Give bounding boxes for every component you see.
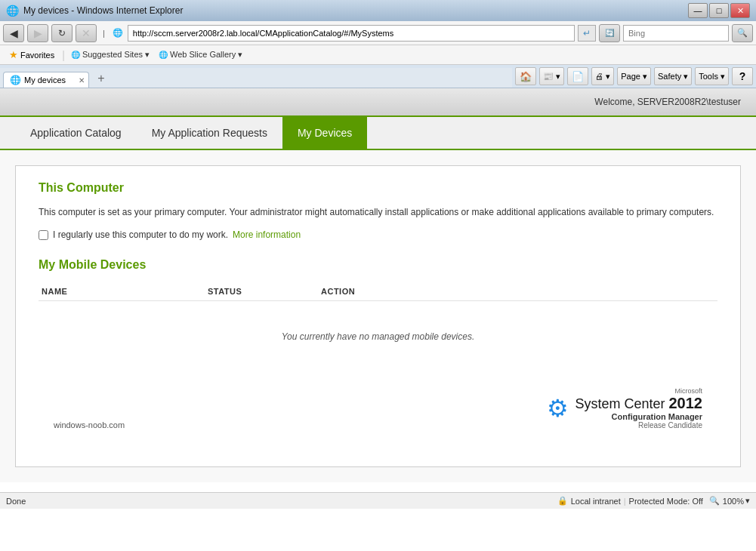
window-controls: — □ ✕ — [688, 3, 750, 18]
search-button[interactable]: 🔍 — [732, 24, 753, 42]
tab-my-devices[interactable]: My Devices — [282, 117, 367, 149]
this-computer-section: This Computer This computer is set as yo… — [39, 181, 717, 240]
status-bar: Done 🔒 Local intranet | Protected Mode: … — [0, 492, 756, 509]
logo-ms: Microsoft — [575, 387, 702, 395]
ie-logo-icon: 🌐 — [6, 5, 19, 17]
star-icon: ★ — [9, 49, 18, 60]
favorites-bar: ★ Favorites | 🌐 Suggested Sites ▾ 🌐 Web … — [0, 45, 756, 65]
safety-menu[interactable]: Safety ▾ — [654, 67, 692, 85]
slice-icon: 🌐 — [159, 51, 168, 59]
zoom-dropdown-icon: ▾ — [745, 496, 750, 506]
content-box: This Computer This computer is set as yo… — [15, 165, 741, 467]
favorites-label: Favorites — [20, 51, 54, 60]
zoom-control: 🔍 100% ▾ — [709, 496, 750, 506]
refresh-button[interactable]: ↻ — [51, 24, 73, 42]
browser-content: Welcome, SERVER2008R2\testuser Applicati… — [0, 88, 756, 492]
rss-button[interactable]: 📰 ▾ — [539, 67, 564, 85]
nav-tabs: Application Catalog My Application Reque… — [0, 117, 756, 150]
toolbar: 🏠 📰 ▾ 📄 🖨 ▾ Page ▾ Safety ▾ Tools ▾ ? — [512, 65, 756, 88]
address-label: | — [100, 29, 108, 38]
app-header: Welcome, SERVER2008R2\testuser — [0, 88, 756, 117]
go-button[interactable]: ↵ — [578, 25, 596, 42]
status-text: Done — [6, 497, 26, 506]
protected-mode-text: Protected Mode: Off — [629, 497, 703, 506]
print-button[interactable]: 🖨 ▾ — [591, 67, 614, 85]
zoom-button[interactable]: 100% ▾ — [723, 496, 750, 506]
close-button[interactable]: ✕ — [730, 3, 750, 18]
primary-computer-row: I regularly use this computer to do my w… — [39, 229, 717, 240]
separator: | — [62, 49, 65, 61]
tab-close-button[interactable]: ✕ — [79, 76, 85, 85]
minimize-button[interactable]: — — [688, 3, 708, 18]
tab-label: My devices — [24, 75, 66, 85]
status-zone: 🔒 Local intranet | Protected Mode: Off — [557, 496, 703, 506]
zone-text: Local intranet — [571, 497, 621, 506]
tab-application-catalog[interactable]: Application Catalog — [15, 117, 137, 149]
col-status: STATUS — [208, 287, 321, 296]
zoom-level: 100% — [723, 497, 744, 506]
address-bar: ◀ ▶ ↻ ✕ | 🌐 ↵ 🔄 🔍 — [0, 21, 756, 45]
globe-icon: 🌐 — [71, 51, 80, 59]
sc-logo-icon: ⚙ — [547, 394, 569, 423]
main-content: This Computer This computer is set as yo… — [0, 150, 756, 482]
browser-tab[interactable]: 🌐 My devices ✕ — [3, 72, 89, 88]
title-bar: 🌐 My devices - Windows Internet Explorer… — [0, 0, 756, 21]
new-tab-button[interactable]: + — [92, 69, 110, 88]
maximize-button[interactable]: □ — [709, 3, 729, 18]
address-input[interactable] — [128, 25, 575, 42]
title-bar-text: My devices - Windows Internet Explorer — [23, 5, 683, 16]
footer-left-text: windows-noob.com — [54, 420, 125, 429]
page-menu[interactable]: Page ▾ — [617, 67, 651, 85]
logo-text-block: Microsoft System Center 2012 Configurati… — [575, 387, 702, 429]
suggested-sites-link[interactable]: 🌐 Suggested Sites ▾ — [68, 48, 153, 61]
table-header: NAME STATUS ACTION — [39, 282, 717, 301]
logo-title: System Center 2012 — [575, 395, 702, 412]
more-info-link[interactable]: More information — [233, 229, 301, 240]
search-input[interactable] — [623, 25, 729, 42]
checkbox-label: I regularly use this computer to do my w… — [53, 229, 228, 240]
sc-logo: ⚙ Microsoft System Center 2012 Configura… — [547, 387, 702, 429]
welcome-text: Welcome, SERVER2008R2\testuser — [594, 97, 741, 107]
mobile-devices-section: My Mobile Devices NAME STATUS ACTION You… — [39, 258, 717, 372]
tab-my-application-requests[interactable]: My Application Requests — [137, 117, 282, 149]
mobile-devices-title: My Mobile Devices — [39, 258, 717, 272]
stop-button[interactable]: ✕ — [76, 24, 97, 42]
tab-icon: 🌐 — [10, 75, 21, 85]
web-slice-label: Web Slice Gallery ▾ — [170, 50, 242, 60]
compat-button[interactable]: 🔄 — [599, 24, 620, 42]
favorites-button[interactable]: ★ Favorites — [5, 48, 59, 62]
footer-logo: ⚙ Microsoft System Center 2012 Configura… — [547, 387, 702, 429]
this-computer-title: This Computer — [39, 181, 717, 195]
col-action: ACTION — [321, 287, 434, 296]
suggested-label: Suggested Sites ▾ — [82, 50, 150, 60]
logo-sub: Configuration Manager — [575, 412, 702, 421]
lock-icon: 🔒 — [557, 496, 568, 506]
tab-bar: 🌐 My devices ✕ + — [0, 68, 512, 88]
primary-computer-checkbox[interactable] — [39, 230, 48, 240]
web-slice-link[interactable]: 🌐 Web Slice Gallery ▾ — [156, 48, 245, 61]
col-name: NAME — [42, 287, 208, 296]
zoom-icon: 🔍 — [709, 496, 720, 506]
no-devices-message: You currently have no managed mobile dev… — [39, 301, 717, 372]
print-preview-button[interactable]: 📄 — [567, 67, 588, 85]
address-icon: 🌐 — [111, 28, 125, 38]
page-footer: windows-noob.com ⚙ Microsoft System Cent… — [39, 372, 717, 437]
this-computer-desc: This computer is set as your primary com… — [39, 205, 717, 219]
home-button[interactable]: 🏠 — [515, 67, 536, 85]
tools-menu[interactable]: Tools ▾ — [695, 67, 729, 85]
logo-rc: Release Candidate — [575, 421, 702, 429]
help-button[interactable]: ? — [732, 67, 753, 85]
status-right: 🔒 Local intranet | Protected Mode: Off 🔍… — [557, 496, 750, 506]
back-button[interactable]: ◀ — [3, 24, 24, 42]
forward-button[interactable]: ▶ — [27, 24, 48, 42]
divider: | — [624, 497, 626, 506]
